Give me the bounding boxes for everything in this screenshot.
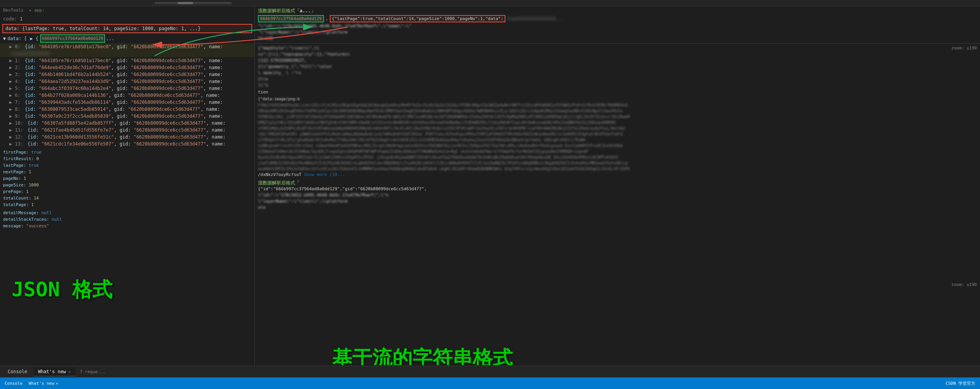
blurred-0: tian2222222222 — [11, 51, 50, 56]
data-row-7: ▶ 7: {id: "66399443adcfe536adb86114", gi… — [0, 99, 254, 106]
stream-line-long7: c2YB4qX17+8LiESjlg5aDGwUr0t5sRxMsCT7UEw3… — [258, 137, 977, 143]
stream-line-4: {\\"geometry_\","fill":"color — [258, 64, 977, 70]
data-row-12: ▶ 12: {id: "6621ce13b960dd13556fe51c", g… — [0, 134, 254, 140]
bottom-stream-line1: {"id":"666b997cc37564ad8a0dd129","gid":"… — [258, 186, 977, 192]
data-expand-line[interactable]: ▼ data: [ ▶ { 666b997cc37564ad8a0dd129 .… — [0, 34, 254, 43]
stream-line-2: cs":[\\],"topiopacity":{},"features\ — [258, 51, 977, 58]
stream-line-3: [122.57932686S9627, — [258, 58, 977, 64]
stream-line-long5: xYHOIeMpLyGZn8PojBvQFYAz5lRTwRasp2mKpEN0… — [258, 125, 977, 131]
right-top-section: 流数据解析后格式「a...」 666b997cc37564ad8a0dd129 … — [255, 6, 980, 44]
stream-line-long4: GMQ2tp2yCUKz/OZyUBSf1AUOcxCBOTgSnK+CUKtS… — [258, 120, 977, 125]
stream-line-long6: r6G/f8N16CDFw43Ps yQW0S1deUfFhIvMuOru60w… — [258, 131, 977, 137]
bottom-stream-line2: \"id\":\"178c5652-b995-4648-8a9c-1fa479e… — [258, 192, 977, 198]
status-whats-new[interactable]: What's new ✕ — [29, 381, 58, 386]
tab-whats-new-1-close[interactable]: ✕ — [68, 370, 71, 374]
json-format-label: JSON 格式 — [12, 276, 112, 303]
data-row-1: ▶ 1: {id: "664105re76ri68S01a17bec0", gi… — [0, 57, 254, 64]
stream-line-long12: axo8bht2MT3L1PeJe7q03ec1k7vnSCvu3Gr3S8sk… — [258, 166, 977, 172]
data-row-11: ▶ 11: {id: "6621fae4b45d51fd556fe7e7", g… — [0, 127, 254, 134]
code-line-header: code: 1 — [0, 15, 254, 23]
status-console[interactable]: Console — [5, 381, 22, 386]
top-line-2: "\"id\":\"178c5652-b995-4648-8a9c-1fa479… — [258, 23, 977, 29]
stream-line-img: {"data:image/png:b — [258, 96, 977, 102]
bottom-tabs-bar: Console What's new ✕ 7 reque... — [0, 366, 980, 377]
data-row-5: ▶ 5: {id: "664abc3f03974c60a144b2e4", gi… — [0, 85, 254, 92]
stream-line-long10: Qox9z2UxBv09+9gueXM11aSr7Ljs3m61298hsxXX… — [258, 154, 977, 160]
blurred-top: tian222222222222222... — [507, 16, 563, 21]
data-row-4: ▶ 4: {id: "664aea72d529237ea144b3d9", gi… — [0, 78, 254, 85]
stream-line-long1: FfNpIt6X92HeDYmiDLlink+191/cFj4JH2o19Egk… — [258, 102, 977, 108]
bottom-stream-line4: ole — [258, 205, 977, 211]
stream-tion: tion — [258, 89, 977, 95]
stream-line-1: {"mapStyle":"\\vec\\",\\ — [258, 45, 977, 51]
data-row-3: ▶ 3: {id: "664b14061bd4f6b2a144b524", gi… — [0, 71, 254, 78]
data-row-8: ▶ 8: {id: "66308079533cac5adb85914", gid… — [0, 106, 254, 113]
status-right: CSDN 学堂官方 — [946, 381, 975, 386]
data-row-9: ▶ 9: {id: "66307a9c23f2cc54adb85839", gi… — [0, 113, 254, 120]
top-data-line: 666b997cc37564ad8a0dd129 , {"lastPage":t… — [258, 15, 977, 22]
tab-console[interactable]: Console — [3, 367, 32, 376]
zoom-indicator: zoom: ±190 — [951, 45, 977, 51]
zoom-indicator-2: zoom: ±190 — [951, 282, 977, 288]
app-label: DevTools — [3, 8, 24, 13]
data-row-10: ▶ 10: {id: "66307a5fd88f5e42adb857ff", g… — [0, 120, 254, 127]
stream-line-long11: jJwF14RBs5i5OndUyf6o4BOw3tIC0jPGoSW/KOdU… — [258, 160, 977, 166]
tab-console-label: Console — [8, 369, 27, 374]
green-box-1: 666b997cc37564ad8a0dd129 — [258, 15, 324, 22]
tab-7-requests: 7 reque... — [80, 369, 105, 374]
data-row-2: ▶ 2: {id: "664eeb452de36c7d1af76de9", gi… — [0, 64, 254, 71]
green-id-highlight-left: 666b997cc37564ad8a0dd129 — [40, 34, 105, 43]
top-line-4: tk=d35 — [258, 36, 977, 42]
stream-show-more: /dxNkzV7ouyRcfsoT Show more (18... — [258, 172, 977, 178]
stream-line-long9: CCEWGkdf24Hm+26/E3UNbm/3wzQXLTrwqxEgVznD… — [258, 149, 977, 154]
bottom-stream-line3: \"layerName\":\"\\vec\\",\\platform — [258, 198, 977, 205]
stream-line-long8: nsBRvgvm4*/ev4fz59rxtbal hZmae9UGeKtm4Sk… — [258, 143, 977, 149]
data-summary-text: data: {lastPage: true, totalCount: 14, p… — [5, 26, 201, 31]
tab-whats-new-1[interactable]: What's new ✕ — [34, 367, 75, 376]
stream-line-5: \ opacity_ \ :"rc — [258, 70, 977, 76]
status-bar: Console What's new ✕ CSDN 学堂官方 — [0, 377, 980, 389]
stream-format-label: 基于流的字符串格式 — [332, 355, 513, 361]
right-main-content: {"mapStyle":"\\vec\\",\\ cs":[\\],"topio… — [255, 44, 980, 365]
footer-props: firstPage: true firstResult: 0 lastPage:… — [0, 147, 254, 231]
stream-line-6: {\\s — [258, 76, 977, 82]
data-summary-box: data: {lastPage: true, totalCount: 14, p… — [2, 24, 252, 33]
right-panel: 流数据解析后格式「a...」 666b997cc37564ad8a0dd129 … — [255, 6, 980, 365]
data-row-6: ▶ 6: {id: "664b27f020a009ca144b136", gid… — [0, 92, 254, 99]
bottom-stream-label: 流数据解析后格式「 — [258, 180, 977, 186]
tab-whats-new-1-label: What's new — [38, 369, 66, 374]
red-box-right: {"lastPage":true,"totalCount":14,"pageSi… — [330, 15, 506, 22]
stream-line-long2: tN5qLK0R12HJmvgBYAXefhDPKCpSG2piI6L0AHID… — [258, 108, 977, 114]
app-line: DevTools ▸ app: — [0, 6, 254, 15]
status-close-icon[interactable]: ✕ — [56, 381, 58, 386]
stream-line-long3: YE9BtQoi9Ai_j14PJ257nE1XQe4y2F5S6Qm00C1U… — [258, 114, 977, 120]
stream-label-top: 流数据解析后格式「a...」 — [258, 8, 977, 14]
top-scrollbar — [0, 0, 980, 6]
top-line-3: "\"layerName\":\"\\vec\\,\\platform — [258, 29, 977, 36]
stream-line-7: \\"s — [258, 82, 977, 88]
data-row-13: ▶ 13: {id: "6621cdc1fe34e06e556fe507", g… — [0, 140, 254, 147]
left-panel: DevTools ▸ app: code: 1 data: {lastPage:… — [0, 6, 255, 365]
data-row-0: ▶ 0: {id: "664105re76ri68S01a17bec0", gi… — [0, 43, 254, 57]
